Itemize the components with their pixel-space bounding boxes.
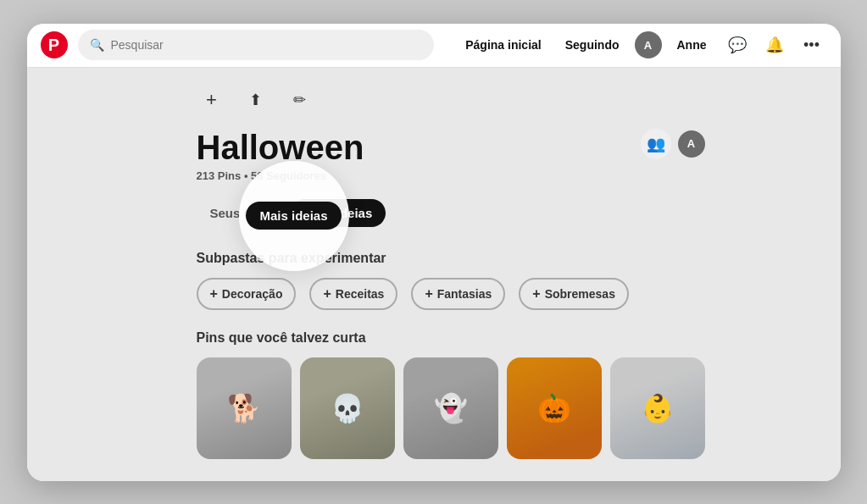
board-actions: 👥 A <box>641 129 705 159</box>
add-button[interactable]: + <box>197 85 227 115</box>
pins-grid: 🐕 💀 👻 🎃 👶 <box>197 357 705 459</box>
followers-count: 56 <box>251 169 263 182</box>
pins-label: Pins <box>218 169 241 182</box>
pin-card-costume[interactable]: 👻 <box>403 357 498 459</box>
followers-label: Seguidores <box>266 169 326 182</box>
pin-card-cookies[interactable]: 💀 <box>300 357 395 459</box>
pin-card-dog[interactable]: 🐕 <box>197 357 292 459</box>
plus-icon-receitas: + <box>323 286 331 302</box>
navbar: P 🔍 Pesquisar Página inicial Seguindo A … <box>27 24 841 68</box>
follow-button[interactable]: 👥 <box>641 129 671 159</box>
pin-card-inner-cookies: 💀 <box>300 357 395 459</box>
board-title: Halloween <box>197 129 364 166</box>
nav-avatar[interactable]: A <box>635 31 662 58</box>
board-meta: 213 Pins • 56 Seguidores <box>197 169 364 182</box>
board-info: Halloween 213 Pins • 56 Seguidores <box>197 129 364 182</box>
subfolder-label-sobremesas: Sobremesas <box>545 287 615 301</box>
pin-card-inner-dog: 🐕 <box>197 357 292 459</box>
more-options-icon[interactable]: ••• <box>797 30 827 60</box>
subfolder-decoracao[interactable]: + Decoração <box>197 278 297 310</box>
subfolder-label-fantasias: Fantasias <box>437 287 492 301</box>
subfolder-receitas[interactable]: + Receitas <box>309 278 397 310</box>
subfolders-row: + Decoração + Receitas + Fantasias + Sob… <box>197 278 705 310</box>
toolbar-row: + ⬆ ✏ <box>197 85 705 115</box>
main-content: + ⬆ ✏ Halloween 213 Pins • 56 Seguidores <box>27 68 841 481</box>
share-button[interactable]: ⬆ <box>241 85 271 115</box>
board-user-avatar[interactable]: A <box>678 130 705 158</box>
edit-button[interactable]: ✏ <box>285 85 315 115</box>
pin-card-child[interactable]: 👶 <box>610 357 705 459</box>
subfolder-fantasias[interactable]: + Fantasias <box>411 278 505 310</box>
board-header: Halloween 213 Pins • 56 Seguidores 👥 A <box>197 129 705 182</box>
subfolder-label-decoracao: Decoração <box>222 287 283 301</box>
pinterest-logo[interactable]: P <box>41 31 68 58</box>
search-bar[interactable]: 🔍 Pesquisar <box>78 30 434 60</box>
search-placeholder: Pesquisar <box>111 38 164 52</box>
plus-icon-decoracao: + <box>210 286 218 302</box>
pins-count: 213 <box>197 169 215 182</box>
separator: • <box>244 169 248 182</box>
subfolders-title: Subpastas para experimentar <box>197 251 705 266</box>
plus-icon-sobremesas: + <box>532 286 540 302</box>
messages-icon[interactable]: 💬 <box>722 30 753 60</box>
pin-card-inner-child: 👶 <box>610 357 705 459</box>
tabs-row: Seus Pins Mais ideias Mais ideias <box>197 199 705 227</box>
pin-card-inner-pumpkins: 🎃 <box>507 357 602 459</box>
nav-link-home[interactable]: Página inicial <box>457 33 549 57</box>
tab-mais-ideias[interactable]: Mais ideias <box>291 199 386 227</box>
tab-seus-pins[interactable]: Seus Pins <box>197 199 285 227</box>
subfolder-label-receitas: Receitas <box>336 287 385 301</box>
notifications-icon[interactable]: 🔔 <box>759 30 790 60</box>
nav-right: Página inicial Seguindo A Anne 💬 🔔 ••• <box>457 30 826 60</box>
pins-section-title: Pins que você talvez curta <box>197 330 705 346</box>
device-frame: P 🔍 Pesquisar Página inicial Seguindo A … <box>27 24 841 481</box>
nav-user-name[interactable]: Anne <box>669 33 715 57</box>
pin-card-pumpkins[interactable]: 🎃 <box>507 357 602 459</box>
subfolder-sobremesas[interactable]: + Sobremesas <box>519 278 629 310</box>
plus-icon-fantasias: + <box>425 286 432 302</box>
content-area: + ⬆ ✏ Halloween 213 Pins • 56 Seguidores <box>27 68 841 476</box>
search-icon: 🔍 <box>90 38 104 52</box>
pin-card-inner-costume: 👻 <box>403 357 498 459</box>
nav-link-following[interactable]: Seguindo <box>557 33 628 57</box>
